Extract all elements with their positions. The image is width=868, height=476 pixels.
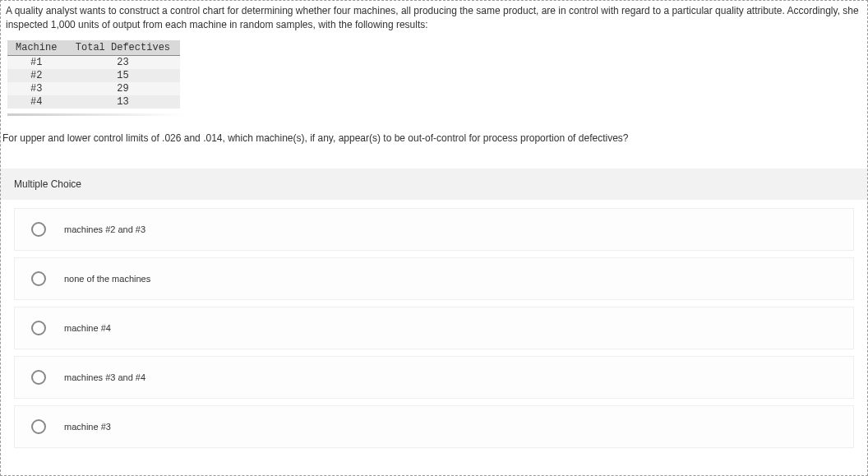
multiple-choice-label: Multiple Choice [1,169,867,200]
data-table: Machine Total Defectives #1 23 #2 15 #3 … [7,40,180,109]
choice-label: machines #3 and #4 [64,372,145,382]
cell-machine: #1 [7,55,65,69]
choice-option[interactable]: machines #3 and #4 [14,356,854,399]
choice-option[interactable]: machine #3 [14,405,854,448]
choice-option[interactable]: machines #2 and #3 [14,208,854,251]
choice-option[interactable]: machine #4 [14,307,854,349]
cell-machine: #2 [7,69,65,82]
cell-defectives: 13 [65,95,180,109]
cell-machine: #4 [7,95,65,109]
table-header-machine: Machine [7,40,65,56]
question-container: A quality analyst wants to construct a c… [0,0,868,476]
table-row: #4 13 [7,95,180,109]
table-row: #2 15 [7,69,180,82]
cell-defectives: 23 [65,55,180,69]
radio-icon [31,370,46,385]
radio-icon [31,271,46,286]
radio-icon [31,321,46,335]
table-row: #1 23 [7,55,180,69]
cell-defectives: 29 [65,82,180,95]
cell-machine: #3 [7,82,65,95]
question-followup: For upper and lower control limits of .0… [1,116,867,152]
table-row: #3 29 [7,82,180,95]
choice-label: none of the machines [64,274,150,284]
choice-label: machine #4 [64,323,111,333]
choice-label: machine #3 [64,422,111,432]
cell-defectives: 15 [65,69,180,82]
question-intro: A quality analyst wants to construct a c… [1,1,867,35]
radio-icon [31,419,46,434]
choice-option[interactable]: none of the machines [14,257,854,300]
table-header-defectives: Total Defectives [65,40,180,56]
radio-icon [31,222,46,237]
choice-label: machines #2 and #3 [64,224,145,234]
